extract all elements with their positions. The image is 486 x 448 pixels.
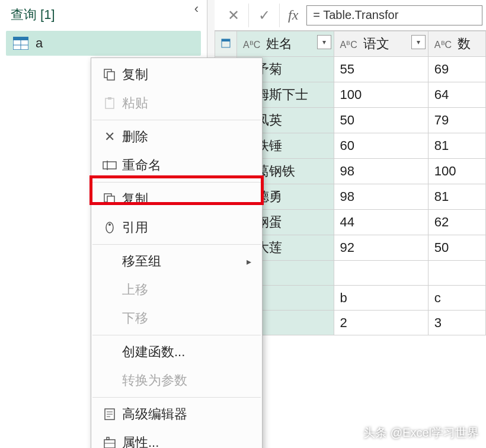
collapse-chevron-icon[interactable]: ‹ [194, 1, 199, 17]
column-header-math[interactable]: AᴮC 数 [428, 31, 485, 57]
table-cell[interactable]: c [428, 286, 485, 311]
menu-duplicate[interactable]: 复制 [91, 185, 262, 213]
filter-dropdown-icon[interactable]: ▾ [317, 35, 331, 49]
svg-rect-11 [107, 196, 114, 204]
menu-label: 属性... [122, 434, 256, 448]
fx-label[interactable]: fx [280, 7, 306, 23]
table-cell[interactable]: 98 [334, 159, 428, 184]
menu-label: 创建函数... [122, 343, 256, 361]
table-icon [13, 37, 28, 50]
sidebar-title: 查询 [1] ‹ [0, 0, 207, 27]
menu-label: 上移 [122, 281, 256, 299]
menu-label: 高级编辑器 [122, 405, 256, 423]
menu-label: 转换为参数 [122, 372, 256, 389]
svg-rect-1 [13, 37, 28, 40]
cancel-icon[interactable]: ✕ [218, 4, 249, 27]
menu-separator [92, 244, 261, 245]
menu-label: 删除 [122, 128, 256, 146]
menu-label: 粘贴 [122, 94, 256, 112]
properties-icon [97, 436, 122, 448]
menu-advanced-editor[interactable]: 高级编辑器 [91, 400, 262, 428]
table-cell[interactable]: 98 [334, 184, 428, 210]
menu-reference[interactable]: 引用 [91, 213, 262, 242]
table-cell[interactable] [428, 261, 485, 286]
table-cell[interactable]: b [334, 286, 428, 311]
delete-icon: ✕ [97, 129, 122, 145]
table-header-row: AᴮC 姓名 ▾ AᴮC 语文 ▾ AᴮC 数 [215, 31, 486, 57]
table-cell[interactable]: 81 [428, 184, 485, 210]
watermark: 头条 @Excel学习世界 [363, 425, 479, 441]
rename-icon [97, 160, 122, 171]
table-cell[interactable]: 100 [334, 82, 428, 108]
chevron-right-icon: ▸ [247, 256, 251, 267]
copy-icon [97, 193, 122, 206]
row-selector-header[interactable] [215, 31, 237, 57]
table-cell[interactable]: 60 [334, 133, 428, 159]
table-cell[interactable]: 44 [334, 210, 428, 235]
menu-delete[interactable]: ✕ 删除 [91, 123, 262, 151]
table-cell[interactable]: 50 [334, 108, 428, 133]
table-cell[interactable]: 100 [428, 159, 485, 184]
table-cell[interactable]: 81 [428, 133, 485, 159]
menu-properties[interactable]: 属性... [91, 428, 262, 448]
table-cell[interactable]: 50 [428, 235, 485, 261]
column-label: 姓名 [266, 36, 292, 51]
filter-dropdown-icon[interactable]: ▾ [411, 35, 426, 49]
menu-convert-to-parameter: 转换为参数 [91, 366, 262, 395]
menu-label: 重命名 [122, 156, 256, 174]
menu-move-to-group[interactable]: 移至组 ▸ [91, 247, 262, 276]
query-item-a[interactable]: a [6, 31, 201, 56]
menu-copy[interactable]: 复制 [91, 60, 262, 89]
column-header-chinese[interactable]: AᴮC 语文 ▾ [334, 31, 428, 57]
svg-rect-18 [104, 440, 115, 448]
svg-rect-5 [107, 72, 114, 80]
context-menu: 复制 粘贴 ✕ 删除 重命名 复制 引用 移至组 ▸ 上移 [91, 57, 263, 448]
menu-separator [92, 120, 261, 120]
menu-move-up: 上移 [91, 276, 262, 304]
svg-point-13 [108, 223, 111, 226]
svg-rect-22 [222, 39, 230, 41]
svg-rect-8 [103, 162, 116, 169]
paste-icon [97, 97, 122, 110]
menu-label: 复制 [122, 190, 256, 208]
queries-title-text: 查询 [1] [11, 7, 55, 22]
formula-input[interactable] [306, 5, 482, 25]
table-cell[interactable]: 69 [428, 57, 485, 82]
column-label: 语文 [363, 36, 389, 51]
editor-icon [97, 408, 122, 421]
menu-label: 复制 [122, 66, 256, 84]
menu-create-function[interactable]: 创建函数... [91, 338, 262, 366]
table-cell[interactable] [334, 261, 428, 286]
table-cell[interactable]: 64 [428, 82, 485, 108]
table-cell[interactable]: 79 [428, 108, 485, 133]
table-cell[interactable]: 3 [428, 311, 485, 335]
svg-rect-19 [107, 437, 109, 440]
menu-separator [92, 397, 261, 398]
menu-separator [92, 182, 261, 183]
reference-icon [97, 221, 122, 234]
svg-rect-6 [105, 98, 114, 108]
query-name: a [36, 36, 43, 51]
table-cell[interactable]: 55 [334, 57, 428, 82]
column-label: 数 [458, 36, 471, 51]
menu-label: 下移 [122, 309, 256, 327]
menu-move-down: 下移 [91, 304, 262, 332]
confirm-icon[interactable]: ✓ [249, 4, 280, 27]
copy-icon [97, 68, 122, 81]
type-indicator: AᴮC [434, 40, 452, 50]
svg-rect-7 [108, 97, 111, 100]
menu-paste: 粘贴 [91, 89, 262, 117]
type-indicator: AᴮC [340, 40, 357, 50]
menu-rename[interactable]: 重命名 [91, 151, 262, 180]
table-cell[interactable]: 2 [334, 311, 428, 335]
table-cell[interactable]: 62 [428, 210, 485, 235]
menu-label: 移至组 [122, 252, 247, 270]
column-header-name[interactable]: AᴮC 姓名 ▾ [237, 31, 334, 57]
formula-bar: ✕ ✓ fx [215, 0, 486, 31]
table-cell[interactable]: 92 [334, 235, 428, 261]
type-indicator: AᴮC [243, 40, 260, 50]
menu-separator [92, 335, 261, 335]
menu-label: 引用 [122, 219, 256, 236]
